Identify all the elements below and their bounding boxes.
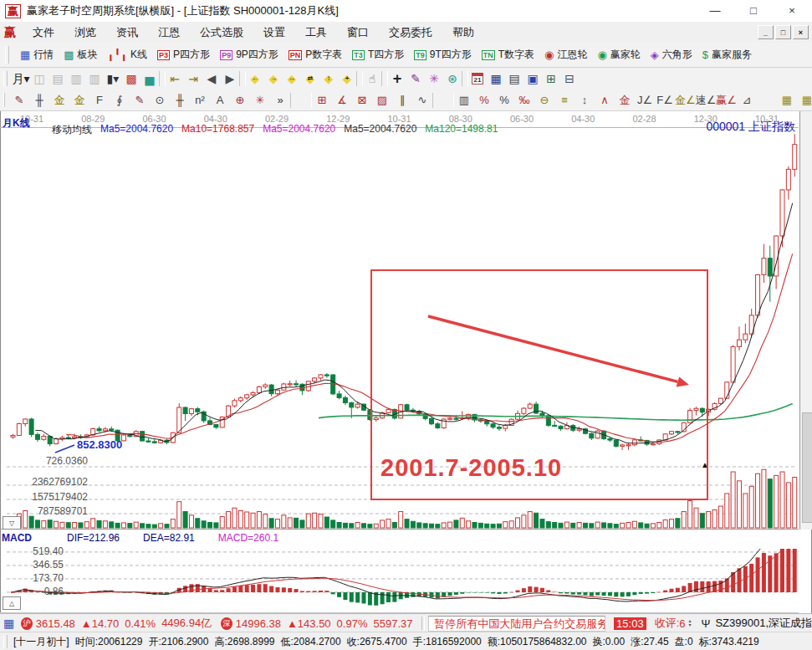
calculator-icon[interactable]: ▦ (487, 69, 505, 88)
gold-grid-icon[interactable]: 金 (49, 91, 69, 110)
sectors-button[interactable]: ▩ 板块 (59, 48, 102, 62)
grid-tool2-icon[interactable]: ╫ (170, 91, 190, 110)
gann-box-icon[interactable]: ⊠ (352, 91, 372, 110)
menu-item[interactable]: 设置 (253, 23, 295, 43)
n-square-icon[interactable]: n² (190, 91, 210, 110)
first-bar-icon[interactable]: ⇤ (166, 69, 184, 88)
menu-item[interactable]: 文件 (23, 23, 64, 43)
last-bar-icon[interactable]: ⇥ (184, 69, 202, 88)
crosshair-icon[interactable]: + (388, 69, 406, 88)
parallel-lines-icon[interactable]: ∥ (392, 91, 412, 110)
scrollbar-thumb[interactable] (802, 412, 812, 523)
kline-button[interactable]: ╻╹╻ K线 (103, 48, 153, 62)
cycle-clock-icon[interactable]: ⊙ (150, 91, 170, 110)
bars9-gray-icon[interactable]: ▥ (85, 69, 104, 88)
prev-bar-icon[interactable]: ◀ (202, 69, 221, 88)
minimize-button[interactable]: — (701, 0, 729, 21)
hand-tool-icon[interactable]: ☝ (363, 69, 381, 88)
updown-measure-icon[interactable]: ↕ (575, 91, 595, 110)
quotes-button[interactable]: ▦ 行情 (15, 48, 59, 62)
compress-icon[interactable]: ▩ (122, 69, 140, 88)
measure-pen-icon[interactable]: ✎ (406, 69, 425, 88)
bars3-gray-icon[interactable]: ▥ (67, 69, 85, 88)
spiral-tool-icon[interactable]: ⊛ (443, 69, 462, 88)
swap-diamond-icon[interactable]: ◆ ⇄ (301, 69, 319, 88)
stats-table-icon[interactable]: ▥ (454, 91, 474, 110)
fib-grid-icon[interactable]: F (89, 91, 110, 110)
doc-gray-icon[interactable]: ▤ (49, 69, 67, 88)
send-icon[interactable]: ⊞ (542, 69, 560, 88)
percent-icon[interactable]: % (494, 91, 514, 110)
save-icon[interactable]: ▣ (523, 69, 542, 88)
gold-grid2-icon[interactable]: 金 (69, 91, 89, 110)
gold-level-icon[interactable]: ≡ (554, 91, 575, 110)
t-square-button[interactable]: T3 T四方形 (347, 48, 409, 62)
fan-rays-icon[interactable]: ∡ (332, 91, 352, 110)
menu-item[interactable]: 工具 (295, 23, 337, 43)
zigzag-icon[interactable]: ∿ (412, 91, 432, 110)
permille-icon[interactable]: ‰ (514, 91, 534, 110)
gann-grid-icon[interactable]: ▨ (372, 91, 392, 110)
angle-gold-icon[interactable]: 金∠ (675, 91, 696, 110)
menu-item[interactable]: 公式选股 (190, 23, 253, 43)
candle-style-dropdown[interactable]: ▮▾ (104, 69, 122, 88)
linked-symbol-label[interactable]: SZ399001,深证成指 (715, 616, 812, 631)
menu-item[interactable]: 交易委托 (379, 23, 442, 43)
child-minimize-button[interactable]: _ (758, 25, 774, 39)
hexagon-button[interactable]: ◈ 六角形 (646, 48, 697, 62)
maximize-button[interactable]: □ (739, 0, 768, 21)
menu-item[interactable]: 帮助 (442, 23, 484, 43)
box-frame-icon[interactable]: ⊞ (312, 91, 332, 110)
p-square-button[interactable]: P3 P四方形 (152, 48, 215, 62)
next-bar-icon[interactable]: ▶ (221, 69, 239, 88)
flower-tool-icon[interactable]: ✳ (425, 69, 443, 88)
t-number-table-button[interactable]: TN T数字表 (477, 48, 539, 62)
menu-item[interactable]: 窗口 (337, 23, 379, 43)
spinner-down-icon[interactable]: ▾ (689, 623, 692, 627)
pattern-gray-icon[interactable]: ◫ (30, 69, 49, 88)
child-close-button[interactable]: × (793, 25, 809, 39)
collapse-price-pane-button[interactable]: ▽ (3, 516, 21, 530)
grid-tool-icon[interactable]: ╫ (29, 91, 49, 110)
spiral-icon[interactable]: ∮ (110, 91, 130, 110)
zoom-v-diamond-icon[interactable]: ◆ ↕ (319, 69, 338, 88)
zoom-left-diamond-icon[interactable]: ◆ ← (246, 69, 264, 88)
more-tools-chevron[interactable]: » (270, 91, 290, 110)
gold-box-icon[interactable]: 金 (615, 91, 635, 110)
winner-service-button[interactable]: $ 赢家服务 (697, 48, 757, 62)
chart-scrollbar[interactable] (799, 111, 812, 530)
period-month-dropdown[interactable]: 月▾ (12, 69, 30, 88)
expand-diamond-icon[interactable]: ◆ + (338, 69, 356, 88)
angle-f-icon[interactable]: F∠ (655, 91, 675, 110)
zoom-right-diamond-icon[interactable]: ◆ → (264, 69, 283, 88)
news-ticker[interactable]: 暂停所有中国大陆用户合约交易服务 (428, 616, 605, 632)
brush-icon[interactable]: ✎ (9, 91, 29, 110)
wave-icon[interactable]: ∧ (595, 91, 615, 110)
winner-wheel-button[interactable]: ◉ 赢家轮 (592, 48, 645, 62)
angle-j-icon[interactable]: J∠ (635, 91, 655, 110)
star-cycle-icon[interactable]: ✳ (250, 91, 270, 110)
spinner-control[interactable]: ▴ ▾ (689, 619, 692, 627)
brush2-icon[interactable]: ✎ (130, 91, 150, 110)
angle-win-icon[interactable]: 赢∠ (716, 91, 737, 110)
pc-link-icon[interactable]: ⊟ (560, 69, 579, 88)
menu-item[interactable]: 江恩 (148, 23, 190, 43)
market-review-link[interactable]: 收评: (655, 616, 680, 631)
calendar-icon[interactable]: 21 (468, 69, 487, 88)
9p-square-button[interactable]: P9 9P四方形 (215, 48, 283, 62)
auto-angle-icon[interactable]: A (210, 91, 230, 110)
right-triangle-icon[interactable]: ⊿ (737, 91, 757, 110)
color-volume-icon[interactable]: ▅ (140, 69, 159, 88)
p-number-table-button[interactable]: PN P数字表 (283, 48, 348, 62)
percent-red-icon[interactable]: % (474, 91, 494, 110)
menu-item[interactable]: 浏览 (64, 23, 106, 43)
market-board-icon[interactable]: ▦ (3, 617, 14, 630)
gann-wheel-button[interactable]: ◉ 江恩轮 (539, 48, 592, 62)
target-icon[interactable]: ⊕ (230, 91, 250, 110)
menu-item[interactable]: 资讯 (106, 23, 148, 43)
grid-yellow-icon[interactable]: ▦ (777, 91, 797, 110)
gold-section-icon[interactable]: ⊖ (534, 91, 554, 110)
child-restore-button[interactable]: □ (775, 25, 791, 39)
close-button[interactable]: × (778, 0, 806, 21)
grid-yellow2-icon[interactable]: ▦ (797, 91, 812, 110)
